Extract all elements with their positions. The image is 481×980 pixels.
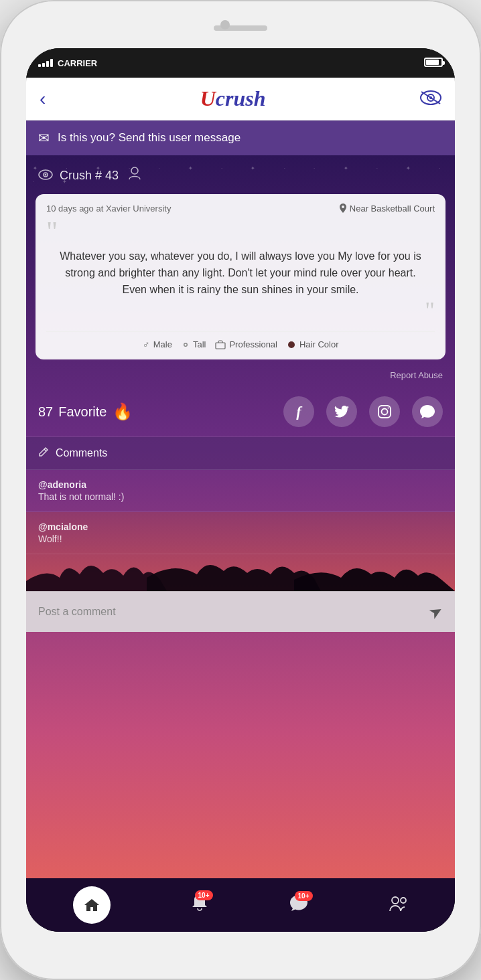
nav-notifications[interactable]: 10+ [190,893,209,918]
comment-user-1: @adenoria [38,479,443,490]
envelope-icon: ✉ [38,130,50,146]
crush-eye-icon [38,168,53,183]
card-quote-text: Whatever you say, whatever you do, I wil… [46,246,435,301]
phone-frame: CARRIER ‹ Ucrush [0,0,481,980]
tags-row: ♂ Male Tall [46,331,435,350]
app-header: ‹ Ucrush [26,78,455,120]
back-button[interactable]: ‹ [40,88,46,110]
bottom-nav: 10+ 10+ [26,878,455,932]
svg-point-5 [45,173,47,175]
notifications-badge: 10+ [195,890,213,900]
card-location: Near Basketball Court [339,203,435,214]
nav-messages[interactable]: 10+ [289,894,309,917]
signal-bars [38,59,53,67]
card-meta: 10 days ago at Xavier University Near Ba… [46,203,435,214]
svg-point-6 [131,167,138,174]
favorites-number: 87 [38,404,53,420]
report-abuse-label: Report Abuse [390,370,443,380]
crush-number: Crush # 43 [60,169,119,183]
svg-point-8 [184,343,186,345]
svg-point-15 [401,898,406,903]
tree-area: @mcialone Wolf!! [26,512,455,591]
facebook-button[interactable]: f [283,396,314,427]
visibility-icon[interactable] [420,88,441,110]
logo-crush: crush [216,86,266,110]
twitter-button[interactable] [326,396,357,427]
quote-close: " [46,297,435,325]
favorites-count: 87 Favorite 🔥 [38,402,133,421]
trees-silhouette [26,554,455,591]
signal-area: CARRIER [38,58,97,68]
banner-text: Is this you? Send this user message [58,131,240,145]
favorites-label: Favorite [58,404,107,420]
social-icons: f [283,396,443,427]
app-logo: Ucrush [200,86,266,111]
logo-u: U [200,86,216,110]
report-abuse[interactable]: Report Abuse [26,368,455,387]
content-card: 10 days ago at Xavier University Near Ba… [36,194,445,359]
phone-screen: CARRIER ‹ Ucrush [26,48,455,932]
crush-header: Crush # 43 [26,155,455,190]
post-comment-bar[interactable]: Post a comment ➤ [26,591,455,632]
pencil-icon [38,446,49,460]
svg-point-12 [382,409,388,415]
post-comment-placeholder: Post a comment [38,606,116,618]
battery-indicator [424,58,443,69]
instagram-button[interactable] [369,396,400,427]
svg-rect-11 [379,406,391,418]
contacts-icon [389,894,409,917]
scroll-content: Crush # 43 10 days ago at Xavier Univers… [26,155,455,878]
comments-header: Comments [26,437,455,470]
message-banner[interactable]: ✉ Is this you? Send this user message [26,120,455,155]
svg-rect-9 [216,343,225,349]
comment-user-2: @mcialone [38,521,443,532]
fire-icon: 🔥 [113,402,133,421]
status-bar: CARRIER [26,48,455,78]
card-time-location: 10 days ago at Xavier University [46,203,171,214]
comment-text-1: That is not normal! :) [38,491,443,502]
tag-tall: Tall [182,339,206,350]
svg-point-10 [288,341,295,348]
tag-professional: Professional [215,339,277,350]
favorites-row: 87 Favorite 🔥 f [26,387,455,437]
comment-text-2: Wolf!! [38,534,443,544]
quote-open: " [46,218,58,246]
main-content: Crush # 43 10 days ago at Xavier Univers… [26,155,455,878]
carrier-label: CARRIER [58,58,97,68]
comment-item-1: @adenoria That is not normal! :) [26,470,455,512]
tag-male: ♂ Male [142,339,171,350]
user-icon [128,166,141,185]
comments-label: Comments [56,447,107,459]
send-icon[interactable]: ➤ [425,600,446,623]
tag-hair-color: Hair Color [287,339,339,350]
messages-badge: 10+ [295,891,313,901]
nav-contacts[interactable] [389,894,409,917]
comment-item-2: @mcialone Wolf!! [26,512,455,554]
svg-point-14 [392,897,399,904]
svg-point-13 [388,408,389,409]
nav-home[interactable] [73,886,111,924]
chat-button[interactable] [412,396,443,427]
